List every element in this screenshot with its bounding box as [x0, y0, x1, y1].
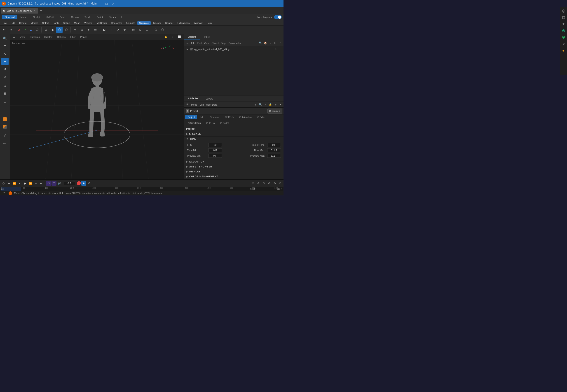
subtab-animation[interactable]: ⊡ Animation [237, 115, 254, 119]
section-time[interactable]: ▼ TIME [184, 137, 284, 141]
menu-file[interactable]: File [1, 21, 9, 25]
tab-close-icon[interactable]: ✕ [34, 9, 35, 12]
obj-file-menu[interactable]: File [190, 41, 196, 45]
tl-extra4[interactable]: ⊙ [267, 181, 272, 186]
obj-bookmarks-menu[interactable]: Bookmarks [227, 41, 242, 45]
audio-button[interactable]: 🔊 [57, 181, 62, 186]
attrs-menu-toggle[interactable]: ☰ [185, 102, 190, 107]
maximize-button[interactable]: □ [103, 0, 110, 7]
subtab-cineware[interactable]: Cineware [207, 115, 222, 119]
layout-tab-sculpt[interactable]: Sculpt [30, 15, 43, 19]
preview-max-value[interactable]: 611 F [267, 154, 281, 158]
subtab-project[interactable]: Project [185, 115, 197, 119]
section-asset-browser[interactable]: ▶ ASSET BROWSER [184, 164, 284, 169]
left-tool-select[interactable]: ↖ [1, 50, 9, 57]
menu-animate[interactable]: Animate [124, 21, 137, 25]
subtab-nodes[interactable]: ⊡ Nodes [218, 121, 232, 125]
section-color-management[interactable]: ▶ COLOR MANAGEMENT [184, 174, 284, 179]
left-tool-draw[interactable]: 🖊 [1, 132, 9, 140]
file-tab[interactable]: rp_sophia_an...g_vray.c4d ✕ [1, 8, 38, 14]
tool-move[interactable]: ↕ [108, 27, 114, 33]
attrs-filter-icon[interactable]: ≡ [263, 102, 268, 107]
next-keyframe-button[interactable]: ⏭ [33, 181, 38, 186]
left-tool-color1[interactable] [1, 115, 9, 123]
tool-axis[interactable]: ◈ [85, 27, 92, 33]
layout-tab-groom[interactable]: Groom [68, 15, 82, 19]
prev-keyframe-button[interactable]: ⏪ [12, 181, 17, 186]
tool-extra1[interactable]: ⬡ [152, 27, 159, 33]
vp-menu-display[interactable]: Display [43, 35, 54, 39]
obj-menu-toggle[interactable]: ☰ [185, 41, 190, 45]
record-mode-button[interactable]: ⬡ [51, 181, 57, 186]
layout-toggle[interactable] [274, 15, 282, 19]
vp-zoom-icon[interactable]: ↕ [171, 35, 175, 39]
autokey-button[interactable]: A [81, 181, 86, 186]
menu-window[interactable]: Window [192, 21, 204, 25]
left-tool-move[interactable]: ✛ [1, 58, 9, 65]
attrs-mode-menu[interactable]: Mode [190, 102, 198, 107]
subtab-info[interactable]: Info [198, 115, 207, 119]
vp-menu-filter[interactable]: Filter [69, 35, 77, 39]
status-menu-icon[interactable]: ☰ [2, 191, 7, 196]
attrs-forward-button[interactable]: → [248, 102, 253, 107]
custom-dropdown[interactable]: Custom ▼ [268, 109, 282, 113]
tl-extra2[interactable]: ⊙ [256, 181, 261, 186]
vp-navigate-icon[interactable]: ✋ [163, 35, 169, 39]
menu-render[interactable]: Render [163, 21, 175, 25]
vp-menu-view[interactable]: View [18, 35, 27, 39]
obj-tags-menu[interactable]: Tags [220, 41, 227, 45]
attrs-edit-menu[interactable]: Edit [199, 102, 205, 107]
menu-help[interactable]: Help [205, 21, 213, 25]
obj-object-menu[interactable]: Object [210, 41, 220, 45]
attrs-expand-icon[interactable]: ✕ [278, 102, 283, 107]
layout-tab-model[interactable]: Model [18, 15, 30, 19]
layout-tab-standard[interactable]: Standard [2, 15, 17, 19]
new-layouts-button[interactable]: New Layouts [255, 15, 274, 19]
vp-menu-panel[interactable]: Panel [79, 35, 88, 39]
layout-tab-script[interactable]: Script [94, 15, 105, 19]
play-button[interactable]: ▶ [23, 181, 28, 186]
layout-tab-nodes[interactable]: Nodes [106, 15, 119, 19]
attrs-up-button[interactable]: ↑ [253, 102, 258, 107]
tool-rotate2[interactable]: ↺ [115, 27, 121, 33]
section-display[interactable]: ▶ DISPLAY [184, 169, 284, 174]
viewport[interactable]: ☰ View Cameras Display Options Filter Pa… [10, 34, 184, 179]
menu-tracker[interactable]: Tracker [151, 21, 163, 25]
left-tool-snake[interactable]: 〰 [1, 140, 9, 147]
layout-tab-uvedit[interactable]: UVEdit [43, 15, 56, 19]
vp-full-icon[interactable]: ⬜ [177, 35, 182, 39]
subtab-todo[interactable]: ⊡ To Do [204, 121, 217, 125]
tl-extra5[interactable]: ⊙ [272, 181, 277, 186]
go-start-button[interactable]: ⏮ [6, 181, 11, 186]
axis-z-button[interactable]: Z [28, 28, 33, 32]
settings-icon[interactable]: ⚙ [87, 181, 92, 186]
tool-grid[interactable]: ⊞ [79, 27, 85, 33]
tool-model[interactable]: ⬡ [63, 27, 69, 33]
time-max-value[interactable]: 611 F [267, 148, 281, 152]
undo-button[interactable]: ↩ [1, 27, 7, 33]
layout-tab-track[interactable]: Track [82, 15, 93, 19]
layers-tab[interactable]: Layers [202, 96, 217, 101]
attrs-search-icon[interactable]: 🔍 [258, 102, 263, 107]
subtab-xrefs[interactable]: ⊡ XRefs [223, 115, 236, 119]
tl-extra3[interactable]: ⊙ [261, 181, 266, 186]
tl-extra1[interactable]: ⊙ [251, 181, 255, 186]
tool-obj-polygons[interactable]: ⬡ [56, 27, 62, 33]
minimize-button[interactable]: – [96, 0, 103, 7]
attrs-userdata-menu[interactable]: User Data [205, 102, 218, 107]
tool-scale2[interactable]: ⊕ [121, 27, 128, 33]
obj-view-menu[interactable]: View [203, 41, 210, 45]
left-tool-color2[interactable] [1, 123, 9, 130]
axis-x-button[interactable]: X [16, 28, 22, 32]
obj-expand-icon[interactable]: ⬡ [273, 41, 278, 45]
current-frame-input[interactable]: 0 F [64, 181, 75, 185]
obj-more-icon[interactable]: ⋯ [279, 48, 281, 50]
step-back-button[interactable]: ⏴ [17, 181, 22, 186]
obj-search-icon[interactable]: 🔍 [258, 41, 263, 45]
menu-spline[interactable]: Spline [61, 21, 72, 25]
attrs-back-button[interactable]: ← [243, 102, 248, 107]
tool-obj-points[interactable]: ⊙ [43, 27, 49, 33]
left-tool-pen[interactable]: ✏ [1, 99, 9, 106]
tool-extra2[interactable]: ⬡ [159, 27, 165, 33]
subtab-bullet[interactable]: ⊡ Bullet [255, 115, 268, 119]
